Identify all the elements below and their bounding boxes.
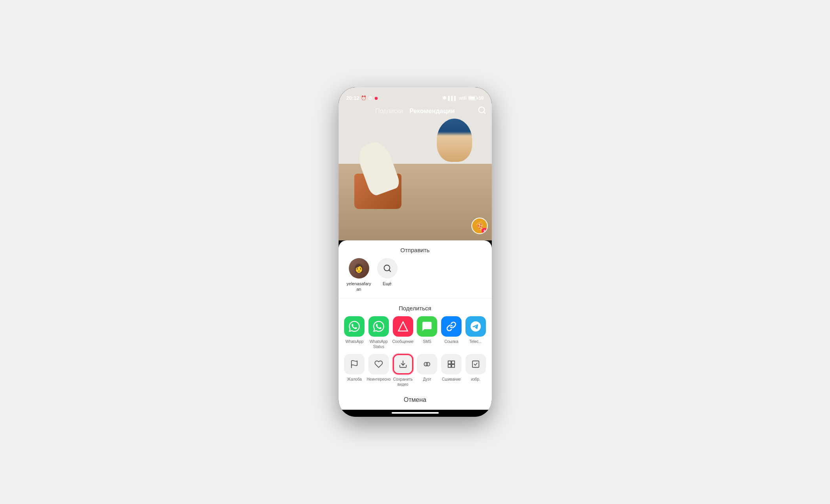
action-item-sewing[interactable]: Сшивание — [439, 354, 464, 387]
not-interested-label: Неинтересно — [366, 377, 390, 382]
search-button[interactable] — [478, 106, 486, 116]
link-label: Ссылка — [444, 339, 458, 344]
phone-container: 20:12 ⏰ ⏱ ⏺ ✱ ▌▌▌ wifi 59 Подписки Реком… — [339, 87, 492, 417]
action-item-duet[interactable]: Дуэт — [415, 354, 440, 387]
wifi-icon: wifi — [459, 95, 467, 101]
alarm-icon: ⏰ — [361, 95, 366, 101]
svg-marker-4 — [398, 322, 407, 331]
tab-subscriptions[interactable]: Подписки — [375, 108, 403, 115]
link-icon-circle — [441, 316, 462, 337]
share-item-message[interactable]: Сообщение — [391, 316, 415, 349]
send-item-user[interactable]: 👩 yelenasafaryan — [345, 258, 373, 292]
svg-line-3 — [389, 270, 390, 271]
status-bar-right: ✱ ▌▌▌ wifi 59 — [442, 95, 484, 101]
bluetooth-icon: ✱ — [442, 95, 447, 101]
top-nav: Подписки Рекомендации — [339, 104, 492, 118]
share-row: WhatsApp WhatsAppStatus Сообщение — [339, 316, 492, 354]
share-item-telegram[interactable]: Telec... — [464, 316, 488, 349]
more-icon-circle — [377, 258, 398, 279]
signal-bars-icon: ▌▌▌ — [448, 96, 457, 101]
message-icon-circle — [393, 316, 413, 337]
whatsapp-icon-circle — [344, 316, 365, 337]
share-title: Поделиться — [339, 300, 492, 316]
follow-badge[interactable]: + — [482, 228, 488, 234]
whatsapp-label: WhatsApp — [345, 339, 363, 344]
favorite-icon-circle — [465, 354, 486, 374]
favorite-label: избр. — [471, 377, 480, 382]
send-title: Отправить — [339, 240, 492, 258]
action-item-not-interested[interactable]: Неинтересно — [366, 354, 391, 387]
clock-icon: ⏱ — [368, 96, 372, 101]
whatsapp-status-label: WhatsAppStatus — [370, 339, 388, 349]
action-item-complaint[interactable]: Жалоба — [343, 354, 367, 387]
svg-rect-9 — [448, 361, 451, 364]
bottom-sheet: Отправить 👩 yelenasafaryan Ещё — [339, 240, 492, 410]
complaint-label: Жалоба — [347, 377, 362, 382]
status-bar-left: 20:12 ⏰ ⏱ ⏺ — [346, 95, 378, 101]
svg-rect-10 — [452, 361, 454, 364]
svg-rect-12 — [452, 365, 454, 367]
message-label: Сообщение — [392, 339, 413, 344]
sewing-label: Сшивание — [442, 377, 461, 382]
tab-recommendations[interactable]: Рекомендации — [409, 108, 455, 115]
telegram-icon-circle — [465, 316, 486, 337]
creator-avatar[interactable]: 🍕 + — [471, 218, 488, 234]
telegram-label: Telec... — [469, 339, 482, 344]
send-item-more[interactable]: Ещё — [373, 258, 401, 286]
svg-line-1 — [484, 112, 485, 113]
svg-rect-11 — [448, 365, 451, 367]
user-label: yelenasafaryan — [346, 281, 371, 292]
save-video-label: Сохранитьвидео — [393, 377, 413, 387]
more-label: Ещё — [383, 281, 392, 286]
duet-icon-circle — [417, 354, 437, 374]
share-item-whatsapp-status[interactable]: WhatsAppStatus — [366, 316, 391, 349]
sms-icon-circle — [417, 316, 437, 337]
whatsapp-status-icon-circle — [368, 316, 389, 337]
complaint-icon-circle — [344, 354, 365, 374]
share-item-whatsapp[interactable]: WhatsApp — [343, 316, 367, 349]
not-interested-icon-circle — [368, 354, 389, 374]
worker-head — [437, 119, 472, 162]
share-item-sms[interactable]: SMS — [415, 316, 440, 349]
video-section[interactable]: Подписки Рекомендации 🍕 + — [339, 87, 492, 240]
save-video-icon-circle — [393, 354, 413, 374]
time-display: 20:12 — [346, 95, 359, 101]
sms-label: SMS — [423, 339, 432, 344]
duet-label: Дуэт — [423, 377, 431, 382]
battery-icon — [468, 96, 477, 100]
action-row: Жалоба Неинтересно — [339, 354, 492, 393]
action-item-favorite[interactable]: избр. — [464, 354, 488, 387]
home-bar — [392, 412, 439, 414]
sewing-icon-circle — [441, 354, 462, 374]
battery-percent: 59 — [478, 95, 484, 101]
svg-rect-13 — [472, 361, 479, 368]
home-indicator — [339, 410, 492, 417]
share-item-link[interactable]: Ссылка — [439, 316, 464, 349]
cancel-button[interactable]: Отмена — [339, 393, 492, 410]
status-bar: 20:12 ⏰ ⏱ ⏺ ✱ ▌▌▌ wifi 59 — [339, 87, 492, 104]
send-row: 👩 yelenasafaryan Ещё — [339, 258, 492, 299]
user-avatar: 👩 — [349, 258, 369, 279]
divider-1 — [339, 298, 492, 299]
record-icon: ⏺ — [374, 96, 378, 101]
action-item-save-video[interactable]: Сохранитьвидео — [391, 354, 415, 387]
